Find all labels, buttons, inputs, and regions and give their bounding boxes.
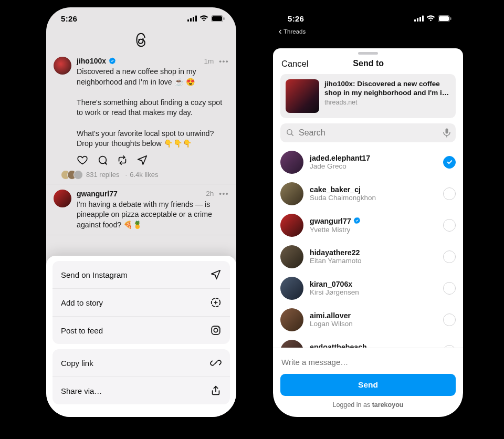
reply-icon[interactable]: [97, 154, 108, 166]
post-username[interactable]: gwangurl77: [77, 190, 118, 198]
avatar: [280, 214, 303, 237]
search-input[interactable]: [299, 128, 439, 138]
share-up-icon: [210, 385, 222, 396]
svg-rect-16: [439, 16, 449, 21]
svg-rect-2: [193, 17, 194, 22]
repost-icon[interactable]: [117, 154, 128, 166]
recipient-name: Suda Chaimongkhon: [310, 194, 437, 202]
recipient-select-radio[interactable]: [443, 313, 456, 326]
preview-source: threads.net: [324, 99, 450, 106]
status-right-icons: [187, 15, 225, 22]
recipient-name: Logan Wilson: [310, 320, 437, 328]
recipient-row[interactable]: cake_baker_cjSuda Chaimongkhon: [280, 178, 456, 210]
send-button[interactable]: Send: [280, 374, 456, 396]
avatar: [280, 340, 303, 348]
grabber-handle[interactable]: [358, 52, 378, 55]
recipient-name: Kirsi Jørgensen: [310, 288, 437, 296]
share-option-send-on-instagram[interactable]: Send on Instagram: [52, 261, 230, 288]
status-bar: 5:26: [273, 7, 463, 28]
status-time: 5:26: [288, 14, 304, 23]
svg-rect-6: [224, 17, 225, 20]
avatar: [280, 245, 303, 268]
likes-count[interactable]: 6.4k likes: [123, 171, 159, 179]
svg-rect-13: [419, 17, 421, 22]
cellular-icon: [187, 15, 197, 22]
share-icon[interactable]: [136, 154, 148, 166]
svg-point-9: [214, 328, 217, 332]
svg-rect-3: [195, 16, 197, 22]
post[interactable]: jiho100x 1m ••• Discovered a new coffee …: [46, 51, 236, 184]
share-option-share-via[interactable]: Share via…: [52, 377, 230, 404]
modal-title: Send to: [282, 59, 455, 68]
recipient-name: Yvette Mistry: [310, 226, 437, 234]
more-icon[interactable]: •••: [219, 190, 229, 197]
recipient-name: Eitan Yamamoto: [310, 257, 437, 265]
avatar: [280, 277, 303, 300]
post-body: Discovered a new coffee shop in my neigh…: [77, 67, 229, 149]
recipient-row[interactable]: gwangurl77Yvette Mistry: [280, 210, 456, 241]
feed: jiho100x 1m ••• Discovered a new coffee …: [46, 51, 236, 235]
send-to-modal: Cancel Send to jiho100x: Discovered a ne…: [273, 48, 463, 417]
post-username[interactable]: jiho100x: [77, 57, 106, 65]
cellular-icon: [414, 15, 424, 22]
share-preview: jiho100x: Discovered a new coffee shop i…: [280, 74, 456, 118]
search-field[interactable]: [280, 123, 456, 142]
recipient-row[interactable]: kiran_0706xKirsi Jørgensen: [280, 273, 456, 304]
svg-rect-14: [422, 16, 424, 22]
back-to-app[interactable]: Threads: [273, 28, 463, 37]
message-input[interactable]: [280, 353, 456, 371]
svg-rect-12: [417, 18, 418, 22]
svg-rect-0: [187, 19, 189, 22]
mic-icon[interactable]: [443, 128, 450, 138]
facepile[interactable]: [64, 170, 83, 180]
post-age: 1m: [204, 57, 214, 65]
recipient-handle: cake_baker_cj: [310, 185, 361, 194]
recipient-select-radio[interactable]: [443, 187, 456, 200]
more-icon[interactable]: •••: [219, 57, 229, 65]
wifi-icon: [426, 15, 435, 22]
verified-badge-icon: [109, 57, 116, 65]
wifi-icon: [200, 15, 208, 22]
avatar: [280, 308, 303, 331]
recipient-list[interactable]: jaded.elephant17Jade Grecocake_baker_cjS…: [273, 147, 463, 348]
avatar: [280, 151, 303, 174]
replies-count[interactable]: 831 replies: [86, 171, 120, 179]
svg-rect-19: [446, 128, 448, 133]
recipient-select-radio[interactable]: [443, 250, 456, 263]
recipient-handle: gwangurl77: [310, 217, 351, 225]
recipient-handle: kiran_0706x: [310, 280, 352, 288]
recipient-handle: aimi.allover: [310, 311, 351, 320]
link-icon: [210, 357, 222, 369]
paper-plane-icon: [210, 269, 222, 280]
search-icon: [286, 128, 295, 137]
recipient-row[interactable]: aimi.alloverLogan Wilson: [280, 304, 456, 336]
compose-area: Send Logged in as tarekoyou: [273, 348, 463, 417]
recipient-row[interactable]: hidayathere22Eitan Yamamoto: [280, 241, 456, 273]
share-option-copy-link[interactable]: Copy link: [52, 349, 230, 377]
like-icon[interactable]: [77, 154, 88, 166]
verified-badge-icon: [353, 217, 361, 226]
recipient-name: Jade Greco: [310, 162, 437, 170]
avatar[interactable]: [54, 57, 71, 75]
svg-rect-17: [450, 17, 452, 20]
recipient-select-radio[interactable]: [443, 156, 456, 169]
threads-share-sheet: Send on Instagram Add to story Post to f…: [46, 256, 236, 417]
phone-left-threads-share-sheet: 5:26 jiho100x: [46, 7, 236, 417]
share-option-post-to-feed[interactable]: Post to feed: [52, 316, 230, 344]
recipient-row[interactable]: endoatthebeachAlexa Smith: [280, 336, 456, 348]
preview-text: jiho100x: Discovered a new coffee shop i…: [324, 80, 449, 97]
avatar[interactable]: [54, 190, 71, 207]
avatar: [280, 182, 303, 205]
svg-rect-1: [190, 18, 192, 22]
preview-thumbnail: [286, 79, 319, 113]
share-option-add-to-story[interactable]: Add to story: [52, 288, 230, 316]
chevron-left-icon: [278, 29, 282, 34]
post[interactable]: gwangurl77 2h ••• I'm having a debate wi…: [46, 184, 236, 235]
status-time: 5:26: [61, 14, 77, 23]
svg-rect-11: [414, 19, 416, 22]
svg-point-10: [218, 327, 219, 328]
recipient-select-radio[interactable]: [443, 282, 456, 295]
status-right-icons: [414, 15, 452, 22]
recipient-row[interactable]: jaded.elephant17Jade Greco: [280, 147, 456, 178]
recipient-select-radio[interactable]: [443, 219, 456, 232]
